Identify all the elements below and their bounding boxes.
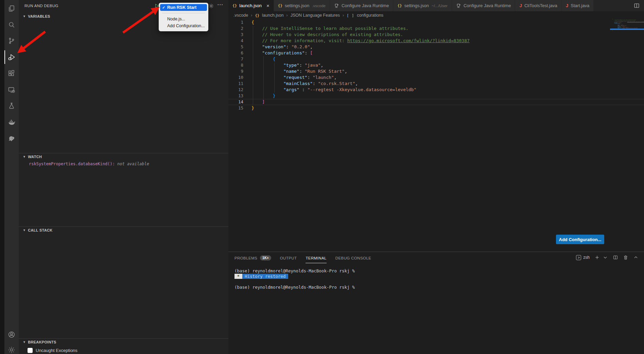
code-text: "args" : "--regtest -Xkeyvalue.datasourc… (244, 87, 416, 93)
activity-item-search[interactable] (4, 17, 19, 33)
minimap[interactable]: { // Use IntelliSense to learn about pos… (610, 18, 644, 42)
terminal-text: (base) reynoldmorel@Reynolds-MacBook-Pro… (234, 268, 355, 273)
menu-item-add-configuration[interactable]: Add Configuration... (160, 22, 207, 29)
code-text: // Use IntelliSense to learn about possi… (244, 26, 408, 32)
activity-item-source-control[interactable] (4, 33, 19, 49)
maximize-panel-chevron-up-icon[interactable] (633, 255, 639, 260)
panel-tab-debug-console[interactable]: DEBUG CONSOLE (335, 255, 371, 263)
bottom-panel: PROBLEMS1K+OUTPUTTERMINALDEBUG CONSOLE >… (228, 252, 644, 354)
watch-expression[interactable]: rskSystemProperties.databaseKind(): not … (19, 162, 228, 166)
indent-guide (253, 93, 253, 99)
shell-label: zsh (583, 255, 590, 260)
close-icon[interactable]: × (266, 3, 269, 8)
call-stack-title: CALL STACK (28, 228, 52, 232)
account-icon (7, 331, 16, 339)
panel-tab-label: DEBUG CONSOLE (335, 256, 371, 260)
watch-expression-value: not available (115, 162, 149, 166)
line-number: 12 (228, 87, 244, 93)
code-token: ] (262, 99, 265, 104)
tab-configure-java-runtime[interactable]: Configure Java Runtime (330, 0, 393, 11)
tab-label: Configure Java Runtime (342, 3, 389, 8)
code-area[interactable]: 1{2 // Use IntelliSense to learn about p… (228, 19, 644, 111)
terminal-line: (base) reynoldmorel@Reynolds-MacBook-Pro… (234, 268, 637, 274)
tab-settings-json[interactable]: {}settings.json~/.../User (393, 0, 452, 11)
tab-label: Configure Java Runtime (464, 3, 511, 8)
terminal-text: (base) reynoldmorel@Reynolds-MacBook-Pro… (234, 285, 355, 290)
breadcrumb-item-vscode[interactable]: .vscode (233, 13, 248, 18)
breadcrumb-item-launch-json[interactable]: launch.json (262, 13, 283, 18)
activity-item-testing[interactable] (4, 98, 19, 114)
activity-item-run-and-debug[interactable] (4, 49, 19, 65)
indent-guide (263, 62, 264, 68)
uncaught-exceptions-checkbox[interactable] (28, 348, 33, 353)
views-more-actions-icon[interactable]: ⋯ (217, 1, 224, 8)
indent-guide (253, 62, 253, 68)
code-token: "co.rsk.Start" (318, 81, 355, 86)
tab-configure-java-runtime[interactable]: Configure Java Runtime (452, 0, 515, 11)
minimap-current-line-bar (610, 29, 644, 30)
code-token (251, 75, 283, 80)
code-token: "0.2.0" (291, 44, 310, 49)
kill-terminal-trash-icon[interactable] (623, 255, 628, 260)
activity-item-gradle[interactable] (4, 131, 19, 146)
new-terminal-plus-icon[interactable] (594, 255, 600, 260)
code-line-8: 8 "type": "java", (228, 62, 644, 68)
split-editor-icon[interactable] (633, 2, 640, 9)
terminal-shell-selector[interactable]: > zsh (576, 255, 590, 260)
activity-item-extensions[interactable] (4, 66, 19, 81)
indent-guide (274, 62, 275, 68)
menu-item-node-js[interactable]: Node.js... (160, 16, 207, 22)
code-token: : (286, 44, 292, 49)
code-token: // For more information, visit: (262, 38, 347, 43)
line-number: 1 (228, 19, 244, 26)
code-token: "type" (283, 63, 299, 68)
activity-item-manage[interactable] (4, 342, 19, 354)
code-token: , (321, 63, 324, 68)
add-configuration-button[interactable]: Add Configuration... (556, 235, 604, 244)
panel-tab-terminal[interactable]: TERMINAL (306, 255, 326, 263)
code-token: "request" (283, 75, 307, 80)
indent-guide (253, 99, 253, 105)
tab-start-java[interactable]: JStart.java (562, 0, 594, 11)
code-token (251, 87, 283, 92)
menu-item-label: Run RSK Start (167, 5, 196, 10)
activity-item-remote-explorer[interactable] (4, 82, 19, 98)
activity-item-accounts[interactable] (4, 327, 19, 342)
indent-guide (263, 87, 264, 93)
split-terminal-icon[interactable] (613, 255, 618, 260)
activity-item-docker[interactable] (4, 114, 19, 130)
code-token: https://go.microsoft.com/fwlink/?linkid=… (347, 38, 470, 43)
panel-tab-problems[interactable]: PROBLEMS1K+ (234, 255, 271, 263)
terminal-line: (base) reynoldmorel@Reynolds-MacBook-Pro… (234, 285, 637, 290)
breadcrumb-item-configurations[interactable]: configurations (357, 13, 383, 18)
tab-clitoolstest-java[interactable]: JCliToolsTest.java (515, 0, 561, 11)
variables-title: VARIABLES (28, 14, 50, 18)
panel-tab-label: OUTPUT (280, 256, 297, 260)
breadcrumb-item-json-language-features[interactable]: JSON Language Features (291, 13, 340, 18)
line-number: 14 (228, 99, 244, 105)
breakpoint-label: Uncaught Exceptions (36, 348, 77, 353)
activity-item-explorer[interactable] (4, 1, 19, 16)
tab-settings-json[interactable]: {}settings.json.vscode (274, 0, 330, 11)
watch-section-header[interactable]: ▼ WATCH (19, 153, 228, 160)
terminal-output[interactable]: (base) reynoldmorel@Reynolds-MacBook-Pro… (234, 268, 637, 290)
breadcrumb-separator: › (286, 13, 288, 18)
run-and-debug-sidebar: RUN AND DEBUG ⋯ ▼ VARIABLES ▼ WATCH rskS… (19, 0, 228, 354)
chevron-down-icon: ▼ (23, 229, 26, 232)
chevron-down-icon: ▼ (23, 340, 26, 344)
code-token: , (355, 81, 358, 86)
breakpoints-section-header[interactable]: ▼ BREAKPOINTS (19, 339, 228, 345)
line-number: 7 (228, 56, 244, 62)
call-stack-section-header[interactable]: ▼ CALL STACK (19, 227, 228, 234)
watch-title: WATCH (28, 155, 42, 159)
panel-tab-output[interactable]: OUTPUT (280, 255, 297, 263)
tab-launch-json[interactable]: {}launch.json× (228, 0, 274, 11)
debug-configure-gear-icon[interactable] (208, 3, 214, 9)
line-number: 5 (228, 44, 244, 50)
menu-item-run-rsk-start[interactable]: ✓Run RSK Start (160, 4, 207, 11)
java-runtime-icon (334, 3, 339, 8)
terminal-launch-chevron-down-icon[interactable] (603, 255, 608, 260)
json-icon: {} (278, 3, 282, 8)
code-line-3: 3 // Hover to view descriptions of exist… (228, 32, 644, 38)
code-text: ] (244, 99, 265, 105)
